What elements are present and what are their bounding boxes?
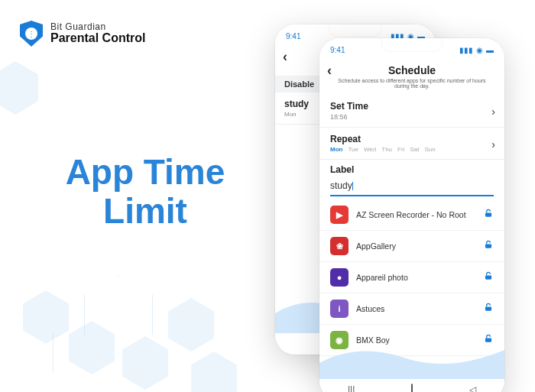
svg-rect-1	[485, 244, 491, 248]
repeat-label: Repeat	[330, 134, 494, 144]
nav-recent-icon[interactable]: |||	[348, 384, 355, 392]
shield-icon: ⋮	[18, 18, 44, 49]
app-row[interactable]: ▶AZ Screen Recorder - No Root	[319, 199, 504, 231]
set-time-label: Set Time	[330, 101, 494, 112]
android-nav-bar: ||| ◁	[319, 379, 504, 392]
brand-logo: ⋮ Bit Guardian Parental Control	[18, 18, 145, 49]
app-row[interactable]: ●Appareil photo	[319, 262, 504, 293]
day-mon: Mon	[330, 146, 342, 153]
chevron-right-icon: ›	[491, 105, 495, 118]
svg-rect-2	[485, 275, 491, 279]
app-row[interactable]: iAstuces	[319, 293, 504, 325]
lock-icon[interactable]	[483, 239, 494, 253]
svg-rect-3	[485, 306, 491, 310]
brand-line1: Bit Guardian	[50, 22, 145, 32]
day-fri: Fri	[397, 146, 404, 153]
day-sat: Sat	[410, 146, 419, 153]
status-bar-front: 9:41 ▮▮▮ ◉ ▬	[319, 38, 504, 61]
phone-front: 9:41 ▮▮▮ ◉ ▬ ‹ Schedule Schedule access …	[319, 38, 504, 392]
app-name: Astuces	[356, 304, 475, 313]
lock-icon[interactable]	[483, 302, 494, 316]
day-thu: Thu	[381, 146, 392, 153]
app-icon: i	[330, 300, 349, 318]
back-button[interactable]: ‹	[327, 63, 332, 79]
set-time-row[interactable]: Set Time 18:56 ›	[319, 95, 504, 128]
day-wed: Wed	[364, 146, 376, 153]
set-time-value: 18:56	[330, 113, 494, 121]
hero-title: App Time Limit	[31, 153, 260, 230]
battery-icon: ▬	[486, 46, 494, 54]
app-icon: ●	[330, 268, 349, 287]
wave-decoration	[319, 336, 504, 382]
day-sun: Sun	[424, 146, 435, 153]
front-screen-title: Schedule	[327, 64, 497, 76]
app-icon: ▶	[330, 206, 349, 224]
repeat-days: MonTueWedThuFriSatSun	[330, 146, 494, 153]
status-time: 9:41	[286, 32, 300, 40]
app-row[interactable]: ❀AppGallery	[319, 231, 504, 262]
app-name: AppGallery	[356, 241, 475, 251]
app-list: ▶AZ Screen Recorder - No Root❀AppGallery…	[319, 199, 504, 356]
nav-home-icon[interactable]	[411, 384, 413, 392]
status-time-front: 9:41	[330, 46, 345, 54]
chevron-right-icon: ›	[491, 138, 495, 151]
front-screen-subtitle: Schedule access to different apps for sp…	[327, 78, 497, 89]
brand-line2: Parental Control	[50, 32, 145, 45]
label-field-label: Label	[330, 164, 494, 175]
label-input[interactable]: study	[330, 178, 494, 196]
svg-rect-0	[485, 212, 491, 216]
back-button[interactable]: ‹	[283, 49, 287, 65]
signal-icon: ▮▮▮	[459, 46, 473, 54]
day-tue: Tue	[348, 146, 358, 153]
app-name: AZ Screen Recorder - No Root	[356, 210, 475, 219]
label-input-value: study	[330, 180, 352, 191]
lock-icon[interactable]	[483, 271, 494, 284]
nav-back-icon[interactable]: ◁	[469, 384, 476, 392]
app-icon: ❀	[330, 237, 349, 255]
app-name: Appareil photo	[356, 273, 475, 282]
lock-icon[interactable]	[483, 208, 494, 222]
wifi-icon: ◉	[476, 46, 483, 54]
repeat-row[interactable]: Repeat MonTueWedThuFriSatSun ›	[319, 128, 504, 160]
